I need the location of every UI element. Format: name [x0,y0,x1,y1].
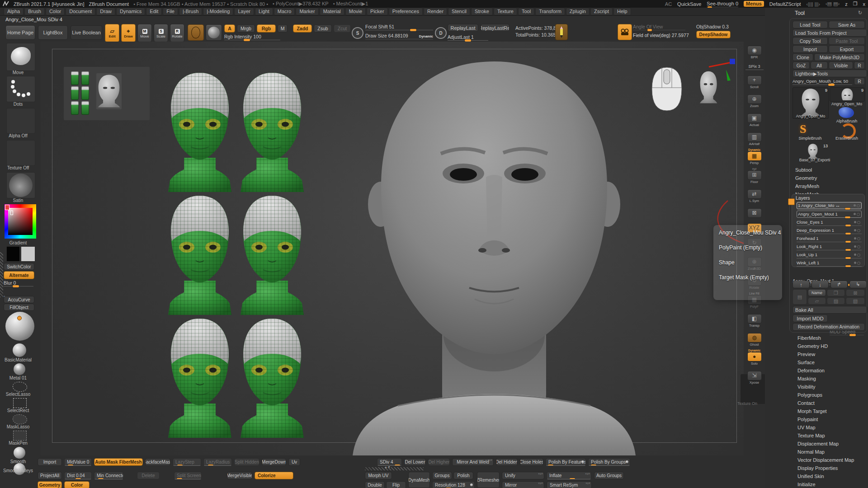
lazy-radius-handle[interactable] [208,465,213,466]
accucurve-button[interactable]: AccuCurve [4,296,34,303]
popup-menu-item[interactable]: Shape [719,259,782,274]
menu-item[interactable]: Document [66,8,95,15]
layer-merge-button[interactable]: ↳ [849,281,867,288]
mask-pen-icon[interactable] [13,431,27,441]
layer-row[interactable]: Wink_Left 1 [797,260,862,267]
layer-eye-icon[interactable] [857,229,860,232]
layer-record-dot[interactable] [854,213,856,215]
tool-section-header[interactable]: Display Properties [792,464,868,472]
divider-arrows-icon[interactable]: ▲▼ [384,465,391,469]
goz-all-button[interactable]: All [811,61,828,69]
layer-eye-icon[interactable] [857,221,860,224]
base-tool-thumbnail[interactable]: 13 [806,143,824,159]
close-button[interactable]: x [863,1,866,7]
layer-row[interactable]: Deep_Expression 1 [797,227,862,234]
zremesher-button[interactable]: ZRemesher [477,472,500,488]
layer-row[interactable]: Angry_Open_Mout 1 [797,211,862,218]
layer-intensity-handle[interactable] [845,233,851,235]
groups-button[interactable]: Groups [432,472,452,479]
layer-invert-button[interactable]: ▱ [808,297,826,305]
layer-record-dot[interactable] [854,204,856,206]
tool-panel-title[interactable]: Tool [795,10,805,16]
focal-shift-handle[interactable] [410,29,416,31]
menu-item[interactable]: Stroke [471,8,493,15]
load-tool-button[interactable]: Load Tool [793,21,828,28]
active-tool-thumbnail[interactable]: 9 Angry_Open_Mo [793,87,829,119]
material-thumbnail[interactable] [6,172,35,198]
layer-row[interactable]: Look_Up 1 [797,252,862,258]
layer-eye-icon[interactable] [857,237,860,240]
doc-icons[interactable]: ‹▤ ▤› [826,1,840,7]
load-tools-from-project-button[interactable]: Load Tools From Project [793,29,867,37]
menu-item[interactable]: Marker [296,8,318,15]
popup-menu-item[interactable]: Target Mask (Empty) [719,274,782,289]
tool-section-header[interactable]: Initialize [792,480,868,488]
auto-groups-button[interactable]: Auto Groups [594,472,624,479]
menu-item[interactable]: Zplugin [566,8,590,15]
menu-item[interactable]: File [163,8,178,15]
polish-mode-dot[interactable] [626,460,628,463]
layer-intensity-handle[interactable] [845,265,851,267]
menu-item[interactable]: Macro [274,8,295,15]
alternate-button[interactable]: Alternate [4,271,34,279]
menu-item[interactable]: |-Modeling [203,8,233,15]
make-polymesh3d-button[interactable]: Make PolyMesh3D [814,53,865,61]
goz-button[interactable]: GoZ [793,61,810,69]
layer-record-dot[interactable] [854,221,856,223]
menu-item[interactable]: Layer [234,8,254,15]
m-button[interactable]: M [278,24,288,33]
mask-lasso-icon[interactable] [13,414,27,424]
current-color-sphere[interactable] [5,312,34,341]
layer-record-dot[interactable] [854,253,856,256]
shelf-tool-button[interactable]: ⊠ [745,205,764,218]
paste-tool-button[interactable]: Paste Tool [829,37,865,45]
tool-section-header[interactable]: UV Map [792,423,868,432]
min-connected-handle[interactable] [98,478,104,479]
angle-of-view-handle[interactable] [647,29,652,31]
popup-menu-item[interactable]: Angry_Close_Mou SDiv 4 [719,230,782,244]
menu-item[interactable]: Dynamics [116,8,145,15]
menu-item[interactable]: Light [255,8,273,15]
texture-thumbnail[interactable] [6,140,35,166]
lightbox-tools-button[interactable]: Lightbox▶Tools [793,70,867,77]
focal-shift-slider[interactable]: Focal Shift 51 [365,23,433,30]
import-mdd-button[interactable]: Import MDD [793,314,828,322]
main-color-swatch[interactable] [6,246,20,262]
tool-section-header[interactable]: Geometry [790,174,866,182]
tool-section-header[interactable]: Displacement Map [792,440,868,448]
secondary-color-swatch[interactable] [21,246,35,262]
shelf-tool-button[interactable]: + Scroll [745,72,764,89]
tool-reset-icon[interactable]: ↻ [858,10,862,16]
layer-eye-icon[interactable] [857,253,860,257]
tool-section-header[interactable]: ArrayMesh [790,182,866,190]
layer-intensity-handle[interactable] [845,216,850,218]
tool-section-header[interactable]: Polypaint [792,415,868,423]
goz-visible-button[interactable]: Visible [829,61,853,69]
menu-item[interactable]: Draw [96,8,115,15]
menu-item[interactable]: Transform [535,8,565,15]
blur-handle[interactable] [13,285,19,287]
shelf-scroll-indicator[interactable] [0,252,3,297]
restore-button[interactable]: ❐ [853,1,858,7]
current-brush-thumbnail[interactable] [6,43,35,71]
a-mode-button[interactable]: A [224,24,235,33]
menu-item[interactable]: Stencil [448,8,470,15]
mirror-button[interactable]: Mirrorxyz [502,481,544,488]
select-rect-icon[interactable] [13,398,27,408]
zcut-button[interactable]: Zcut [334,24,351,33]
resolution-slider[interactable]: Resolution 128 [432,481,475,488]
shelf-tool-button[interactable]: SPix 3 [745,61,764,70]
layer-color-swatch[interactable] [788,198,795,205]
inflate-handle[interactable] [570,478,575,479]
select-lasso-icon[interactable] [13,382,27,392]
shelf-tool-button[interactable]: ⇲ Xpose [745,368,764,385]
layer-eye-icon[interactable] [857,262,860,265]
stroke-settings-icon[interactable]: S [352,27,363,39]
tool-thumbnail[interactable]: 9 [830,87,865,102]
layer-merge-down-button[interactable]: ▨ [827,297,845,305]
import-button[interactable]: Import [38,458,62,466]
smooth-brush-sphere[interactable] [14,447,25,459]
menu-item[interactable]: Alpha [4,8,24,15]
import-button[interactable]: Import [793,45,828,53]
layer-up-button[interactable]: ↑ [793,281,810,288]
